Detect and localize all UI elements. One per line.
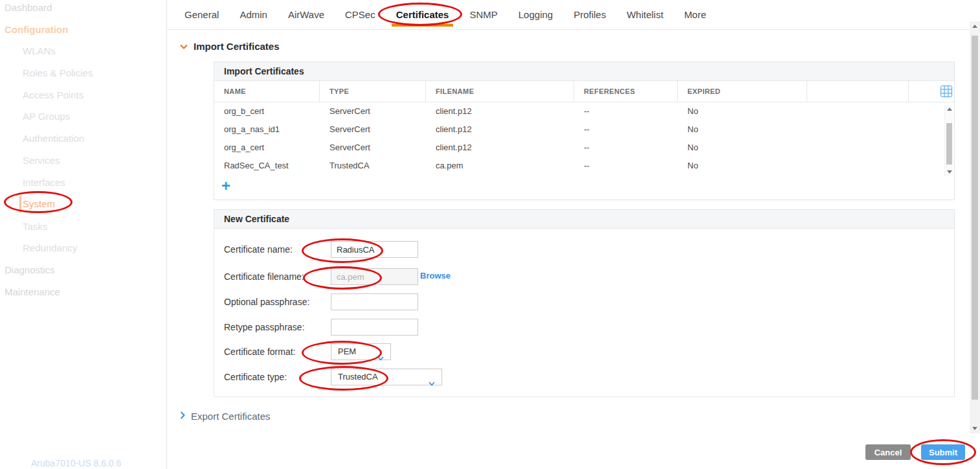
export-section-title: Export Certificates <box>191 411 271 422</box>
cell-expired: No <box>678 139 807 157</box>
certificate-format-row: Certificate format: PEM <box>214 343 954 360</box>
certificate-format-label: Certificate format: <box>224 343 295 360</box>
page-scrollbar-thumb[interactable] <box>972 36 978 400</box>
sidebar-item-ap-groups[interactable]: AP Groups <box>23 110 70 123</box>
column-picker-grid-icon[interactable] <box>941 86 952 100</box>
sidebar: Dashboard Configuration WLANs Roles & Po… <box>0 0 167 469</box>
aruba-controller-app: Dashboard Configuration WLANs Roles & Po… <box>0 0 980 469</box>
cell-name: org_a_cert <box>214 139 320 157</box>
column-header-actions <box>909 81 954 102</box>
browse-link[interactable]: Browse <box>420 271 451 280</box>
cell-expired: No <box>678 120 807 139</box>
import-certificates-section-toggle[interactable]: Import Certificates <box>180 40 280 52</box>
retype-passphrase-input[interactable] <box>331 319 418 336</box>
tab-bar: General Admin AirWave CPSec Certificates… <box>167 0 970 30</box>
cell-references: -- <box>574 139 678 157</box>
cell-name: RadSec_CA_test <box>214 157 320 175</box>
table-row[interactable]: RadSec_CA_test TrustedCA ca.pem -- No <box>214 157 954 175</box>
certificate-filename-label: Certificate filename: <box>224 268 304 285</box>
new-certificate-panel: New Certificate Certificate name: Certif… <box>214 209 955 397</box>
export-certificates-section-toggle[interactable]: Export Certificates <box>180 410 271 422</box>
column-header-spacer <box>807 81 909 102</box>
certificate-filename-row: Certificate filename: Browse <box>214 268 954 285</box>
table-row[interactable]: org_b_cert ServerCert client.p12 -- No <box>214 102 954 120</box>
import-table-title: Import Certificates <box>214 62 954 81</box>
table-body: org_b_cert ServerCert client.p12 -- No o… <box>214 102 954 175</box>
sidebar-item-access-points[interactable]: Access Points <box>23 89 84 102</box>
sidebar-item-roles-policies[interactable]: Roles & Policies <box>23 67 93 80</box>
sidebar-item-services[interactable]: Services <box>23 154 60 167</box>
certificate-type-label: Certificate type: <box>224 369 287 385</box>
cell-expired: No <box>678 157 807 175</box>
sidebar-item-diagnostics[interactable]: Diagnostics <box>5 264 55 277</box>
chevron-down-icon <box>377 350 384 366</box>
certificate-name-row: Certificate name: <box>214 241 954 258</box>
certificate-name-label: Certificate name: <box>224 241 293 258</box>
sidebar-item-system[interactable]: System <box>23 198 55 211</box>
new-certificate-title: New Certificate <box>214 210 954 229</box>
cell-expired: No <box>678 102 807 120</box>
page-scrollbar[interactable] <box>970 21 980 433</box>
retype-passphrase-label: Retype passphrase: <box>224 319 305 336</box>
certificate-format-value: PEM <box>338 347 356 356</box>
column-header-filename[interactable]: FILENAME <box>426 81 574 102</box>
chevron-down-icon <box>429 376 435 391</box>
cell-name: org_a_nas_id1 <box>214 120 320 139</box>
tab-whitelist[interactable]: Whitelist <box>627 1 663 29</box>
tab-admin[interactable]: Admin <box>239 1 267 29</box>
import-certificates-panel: Import Certificates NAME TYPE FILENAME R… <box>214 62 955 200</box>
scroll-up-icon[interactable] <box>947 108 952 111</box>
tab-snmp[interactable]: SNMP <box>469 1 497 29</box>
import-section-title: Import Certificates <box>194 41 280 52</box>
scroll-down-icon[interactable] <box>947 170 952 174</box>
certificate-type-select[interactable]: TrustedCA <box>331 369 442 385</box>
certificate-type-row: Certificate type: TrustedCA <box>214 369 954 385</box>
cell-filename: client.p12 <box>426 139 574 157</box>
tab-more[interactable]: More <box>684 1 706 29</box>
sidebar-item-authentication[interactable]: Authentication <box>23 132 84 145</box>
optional-passphrase-label: Optional passphrase: <box>224 293 309 310</box>
optional-passphrase-row: Optional passphrase: <box>214 293 954 310</box>
certificate-format-select[interactable]: PEM <box>331 343 391 360</box>
tab-airwave[interactable]: AirWave <box>288 1 324 29</box>
cell-references: -- <box>574 120 678 139</box>
cell-filename: ca.pem <box>426 157 574 175</box>
cell-name: org_b_cert <box>214 102 320 120</box>
table-scrollbar[interactable] <box>944 105 953 176</box>
table-row[interactable]: org_a_cert ServerCert client.p12 -- No <box>214 139 954 157</box>
selected-item-indicator <box>19 196 21 212</box>
column-header-name[interactable]: NAME <box>214 81 320 102</box>
cell-type: ServerCert <box>320 139 426 157</box>
sidebar-item-wlans[interactable]: WLANs <box>23 45 56 58</box>
sidebar-item-redundancy[interactable]: Redundancy <box>23 242 77 255</box>
sidebar-item-maintenance[interactable]: Maintenance <box>5 286 60 299</box>
certificate-name-input[interactable] <box>331 241 418 258</box>
add-certificate-button[interactable]: + <box>221 179 230 193</box>
sidebar-item-interfaces[interactable]: Interfaces <box>23 176 65 189</box>
cancel-button[interactable]: Cancel <box>865 444 911 460</box>
cell-filename: client.p12 <box>426 102 574 120</box>
cell-references: -- <box>574 157 678 175</box>
submit-button[interactable]: Submit <box>921 444 965 460</box>
tab-cpsec[interactable]: CPSec <box>345 1 375 29</box>
scroll-down-icon[interactable] <box>972 427 977 430</box>
column-header-expired[interactable]: EXPIRED <box>678 81 807 102</box>
column-header-type[interactable]: TYPE <box>320 81 426 102</box>
cell-filename: client.p12 <box>426 120 574 139</box>
optional-passphrase-input[interactable] <box>331 293 418 310</box>
table-row[interactable]: org_a_nas_id1 ServerCert client.p12 -- N… <box>214 120 954 139</box>
sidebar-item-tasks[interactable]: Tasks <box>23 220 47 233</box>
column-header-references[interactable]: REFERENCES <box>574 81 678 102</box>
table-scrollbar-thumb[interactable] <box>946 123 952 165</box>
device-version-label: Aruba7010-US 8.6.0.6 <box>31 458 121 468</box>
tab-general[interactable]: General <box>184 1 219 29</box>
sidebar-item-configuration[interactable]: Configuration <box>5 23 68 36</box>
tab-certificates[interactable]: Certificates <box>396 1 449 29</box>
scroll-up-icon[interactable] <box>972 25 977 28</box>
sidebar-item-dashboard[interactable]: Dashboard <box>5 1 52 14</box>
tab-logging[interactable]: Logging <box>518 1 553 29</box>
certificate-filename-input[interactable] <box>331 268 418 285</box>
chevron-down-icon <box>180 40 188 52</box>
tab-profiles[interactable]: Profiles <box>574 1 606 29</box>
chevron-right-icon <box>180 410 185 422</box>
